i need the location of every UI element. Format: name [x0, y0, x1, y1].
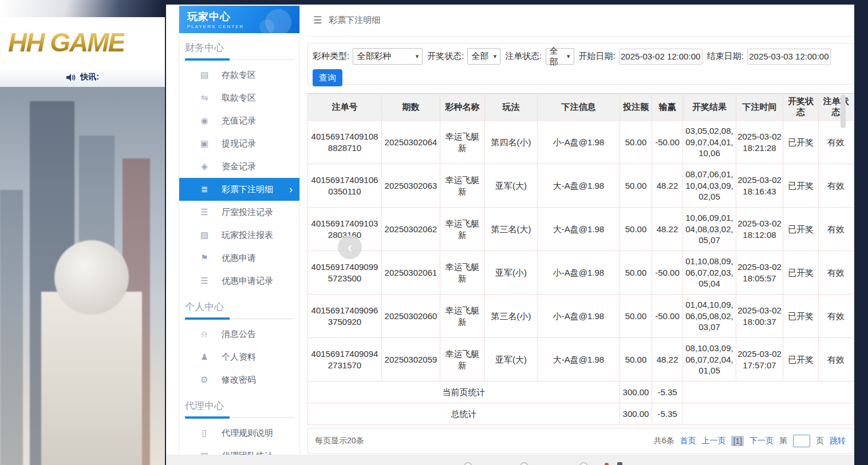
table-cell: 08,07,06,01,10,04,03,09,02,05 — [683, 164, 736, 208]
table-cell: 幸运飞艇新 — [440, 251, 485, 295]
sidebar-subtitle: PLAYERS CENTER — [187, 24, 299, 29]
column-header: 期数 — [382, 94, 440, 121]
lottery-type-label: 彩种类型: — [313, 51, 349, 62]
sidebar-item-change-password[interactable]: ⚙修改密码 — [179, 368, 299, 391]
chevron-left-icon: ‹ — [348, 239, 353, 256]
summary-bet-total: 300.00 — [620, 381, 652, 403]
sidebar-item-label: 优惠申请记录 — [222, 276, 273, 287]
column-header: 注单状态 — [819, 94, 854, 121]
sidebar-item-lottery-bet-detail[interactable]: ≣彩票下注明细› — [179, 178, 299, 201]
footer-icon — [464, 462, 472, 465]
sidebar-item-label: 玩家投注报表 — [222, 230, 273, 241]
sidebar-item-label: 提现记录 — [222, 138, 256, 149]
sidebar-item-label: 消息公告 — [222, 329, 256, 340]
sidebar-item-label: 修改密码 — [222, 375, 256, 385]
table-cell: 50.00 — [620, 121, 652, 164]
dropdown-caret-icon: ▾ — [494, 53, 497, 60]
section-divider — [185, 416, 295, 420]
sidebar-item-profile[interactable]: ♟个人资料 — [179, 345, 299, 368]
page-size-text: 每页显示20条 — [315, 436, 364, 446]
sidebar-item-hall-bet-record[interactable]: ☰厅室投注记录 — [179, 201, 299, 224]
sidebar-item-message-notice[interactable]: ⍾消息公告 — [179, 323, 299, 345]
hamburger-icon[interactable]: ☰ — [313, 14, 322, 26]
first-page-link[interactable]: 首页 — [680, 436, 696, 446]
background-site-strip: HH GAME 快讯: — [0, 0, 165, 465]
card-icon: ▤ — [199, 70, 210, 80]
search-button[interactable]: 查询 — [313, 69, 342, 86]
table-cell: 50.00 — [620, 164, 652, 208]
draw-status-select[interactable]: 全部 ▾ — [467, 48, 500, 65]
collapse-left-arrow[interactable]: ‹ — [338, 235, 362, 259]
bet-status-select[interactable]: 全部 ▾ — [546, 48, 574, 65]
city-photo — [0, 87, 165, 465]
end-date-input[interactable]: 2025-03-03 12:00:00 — [747, 49, 831, 65]
sidebar-item-funds-record[interactable]: ◈资金记录 — [179, 155, 299, 178]
table-cell: 01,10,08,09,06,07,02,03,05,04 — [683, 251, 736, 295]
sidebar-item-withdraw-zone[interactable]: ⇋取款专区 — [179, 86, 299, 109]
table-body: 40156917409108882871020250302064幸运飞艇新第四名… — [308, 121, 854, 425]
jump-button[interactable]: 跳转 — [830, 436, 846, 446]
summary-label: 总统计 — [308, 403, 620, 425]
table-cell: 已开奖 — [783, 338, 819, 381]
page-title: 彩票下注明细 — [329, 15, 380, 26]
table-cell: 已开奖 — [783, 121, 819, 164]
jump-prefix: 第 — [779, 436, 787, 446]
column-header: 投注额 — [620, 94, 652, 121]
gift-icon: ⚑ — [199, 253, 210, 263]
sidebar-item-agent-rules[interactable]: ▯代理规则说明 — [179, 422, 299, 444]
start-date-input[interactable]: 2025-03-02 12:00:00 — [619, 49, 703, 65]
table-cell: 亚军(大) — [485, 338, 538, 381]
user-icon: ♟ — [199, 352, 210, 362]
column-header: 开奖结果 — [683, 94, 736, 121]
table-cell: 20250302062 — [382, 208, 440, 251]
next-page-link[interactable]: 下一页 — [749, 436, 774, 446]
sidebar-item-recharge-record[interactable]: ◉充值记录 — [179, 109, 299, 132]
table-cell: 2025-03-02 17:57:07 — [736, 338, 783, 381]
table-cell: 50.00 — [620, 208, 652, 251]
table-cell: 第四名(小) — [485, 121, 538, 164]
table-cell: 小-A盘@1.98 — [538, 295, 620, 338]
sidebar-item-label: 取款专区 — [222, 93, 256, 104]
table-cell: 08,10,03,09,06,07,02,04,01,05 — [683, 338, 736, 381]
jump-page-input[interactable] — [793, 435, 810, 447]
report-icon: ▨ — [199, 230, 210, 240]
moneybag-icon: ◉ — [199, 116, 210, 126]
sidebar-item-player-bet-report[interactable]: ▨玩家投注报表 — [179, 224, 299, 247]
dropdown-caret-icon: ▾ — [416, 53, 419, 60]
table-cell: 幸运飞艇新 — [440, 208, 485, 251]
prev-page-link[interactable]: 上一页 — [701, 436, 725, 446]
column-header: 彩种名称 — [440, 94, 485, 121]
end-date-label: 结束日期: — [707, 51, 744, 62]
sidebar-header: 玩家中心 PLAYERS CENTER — [179, 6, 299, 33]
table-cell: 已开奖 — [783, 295, 819, 338]
table-cell: 20250302059 — [382, 338, 440, 381]
summary-empty — [683, 403, 854, 425]
lottery-type-select[interactable]: 全部彩种 ▾ — [353, 48, 423, 65]
table-cell: 幸运飞艇新 — [440, 295, 485, 338]
table-cell: 20250302061 — [382, 251, 440, 295]
news-ticker: 快讯: — [0, 67, 165, 87]
table-cell: 48.22 — [652, 338, 683, 381]
sidebar-item-deposit-zone[interactable]: ▤存款专区 — [179, 63, 299, 86]
content-header: ☰ 彩票下注明细 — [307, 5, 854, 37]
table-cell: 有效 — [819, 208, 854, 251]
sidebar-item-label: 代理团队统计 — [222, 451, 273, 455]
bet-status-label: 注单状态: — [505, 51, 542, 62]
table-cell: 20250302060 — [382, 295, 440, 338]
table-cell: 401569174090942731570 — [308, 338, 382, 381]
doc-icon: ▯ — [199, 428, 210, 438]
sidebar-item-agent-team-stats[interactable]: ▥代理团队统计 — [179, 444, 299, 455]
sidebar-item-promo-apply[interactable]: ⚑优惠申请 — [179, 247, 299, 269]
list-icon: ☰ — [199, 207, 210, 217]
vertical-scrollbar[interactable] — [841, 95, 846, 128]
sidebar-item-label: 资金记录 — [222, 161, 256, 172]
current-page-indicator: [1] — [731, 436, 744, 446]
table-cell: 48.22 — [652, 208, 683, 251]
draw-status-label: 开奖状态: — [427, 51, 464, 62]
sidebar-item-promo-apply-record[interactable]: ☰优惠申请记录 — [179, 269, 299, 292]
bets-table: 注单号期数彩种名称玩法下注信息投注额输赢开奖结果下注时间开奖状态注单状态 401… — [307, 93, 854, 425]
footer-icon — [617, 462, 622, 465]
hand-icon: ⇋ — [199, 93, 210, 103]
table-cell: 01,04,10,09,06,05,08,02,03,07 — [683, 295, 736, 338]
sidebar-item-withdraw-record[interactable]: ▣提现记录 — [179, 132, 299, 155]
